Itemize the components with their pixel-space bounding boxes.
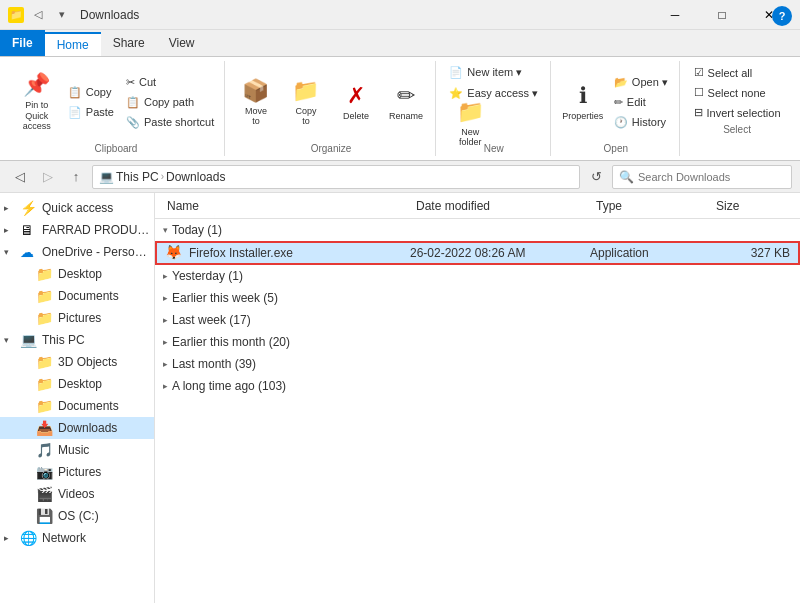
properties-button[interactable]: ℹ Properties <box>559 76 607 128</box>
ribbon-group-open: ℹ Properties 📂 Open ▾ ✏ Edit 🕐 History O… <box>553 61 680 156</box>
group-yesterday[interactable]: ▸ Yesterday (1) <box>155 265 800 287</box>
copy-button[interactable]: 📋 Copy <box>63 83 119 102</box>
clipboard-buttons: 📌 Pin to Quickaccess 📋 Copy 📄 Paste ✂ Cu… <box>13 63 219 141</box>
delete-button[interactable]: ✗ Delete <box>332 76 380 128</box>
col-header-name[interactable]: Name <box>163 193 412 218</box>
sidebar-item-quick-access[interactable]: ▸ ⚡ Quick access <box>0 197 154 219</box>
group-long-ago[interactable]: ▸ A long time ago (103) <box>155 375 800 397</box>
file-row[interactable]: 🦊 Firefox Installer.exe 26-02-2022 08:26… <box>155 241 800 265</box>
group-earlier-month[interactable]: ▸ Earlier this month (20) <box>155 331 800 353</box>
tab-file[interactable]: File <box>0 30 45 56</box>
group-arrow: ▸ <box>163 271 168 281</box>
sidebar-item-videos[interactable]: ▸ 🎬 Videos <box>0 483 154 505</box>
sidebar-item-network[interactable]: ▸ 🌐 Network <box>0 527 154 549</box>
sidebar-item-onedrive[interactable]: ▾ ☁ OneDrive - Personal <box>0 241 154 263</box>
no-arrow: ▸ <box>20 445 36 455</box>
up-button[interactable]: ↑ <box>64 165 88 189</box>
history-button[interactable]: 🕐 History <box>609 113 673 132</box>
breadcrumb-downloads[interactable]: Downloads <box>166 170 225 184</box>
back-button[interactable]: ◁ <box>8 165 32 189</box>
select-label: Select <box>723 124 751 135</box>
new-folder-button[interactable]: 📁 Newfolder <box>444 105 496 141</box>
sidebar-item-farrad[interactable]: ▸ 🖥 FARRAD PRODUCTION <box>0 219 154 241</box>
clipboard-extra-group: ✂ Cut 📋 Copy path 📎 Paste shortcut <box>121 73 219 132</box>
sidebar-item-music[interactable]: ▸ 🎵 Music <box>0 439 154 461</box>
sidebar-item-this-pc[interactable]: ▾ 💻 This PC <box>0 329 154 351</box>
quick-back-btn[interactable]: ◁ <box>28 5 48 25</box>
sidebar-item-3d-objects[interactable]: ▸ 📁 3D Objects <box>0 351 154 373</box>
move-icon: 📦 <box>242 78 269 104</box>
cut-button[interactable]: ✂ Cut <box>121 73 219 92</box>
file-date: 26-02-2022 08:26 AM <box>410 246 590 260</box>
sidebar-label: Quick access <box>42 201 113 215</box>
search-input[interactable] <box>638 171 785 183</box>
desktop-od-icon: 📁 <box>36 266 54 282</box>
col-header-date[interactable]: Date modified <box>412 193 592 218</box>
sidebar-item-pictures-pc[interactable]: ▸ 📷 Pictures <box>0 461 154 483</box>
breadcrumb-this-pc[interactable]: This PC <box>116 170 159 184</box>
paste-shortcut-button[interactable]: 📎 Paste shortcut <box>121 113 219 132</box>
sidebar-label: Documents <box>58 399 119 413</box>
open-buttons: ℹ Properties 📂 Open ▾ ✏ Edit 🕐 History <box>559 63 673 141</box>
edit-button[interactable]: ✏ Edit <box>609 93 673 112</box>
sidebar-label: Desktop <box>58 267 102 281</box>
maximize-button[interactable]: □ <box>699 0 745 30</box>
copy-to-button[interactable]: 📁 Copyto <box>282 76 330 128</box>
sidebar-label: FARRAD PRODUCTION <box>42 223 150 237</box>
tab-view[interactable]: View <box>157 30 207 56</box>
group-last-week[interactable]: ▸ Last week (17) <box>155 309 800 331</box>
sidebar-label: Documents <box>58 289 119 303</box>
rename-icon: ✏ <box>397 83 415 109</box>
col-header-type[interactable]: Type <box>592 193 712 218</box>
select-all-button[interactable]: ☑ Select all <box>689 63 786 82</box>
quick-dropdown-btn[interactable]: ▾ <box>52 5 72 25</box>
desktop-pc-icon: 📁 <box>36 376 54 392</box>
sidebar-item-pictures-od[interactable]: ▸ 📁 Pictures <box>0 307 154 329</box>
forward-button[interactable]: ▷ <box>36 165 60 189</box>
invert-selection-button[interactable]: ⊟ Invert selection <box>689 103 786 122</box>
copy-path-icon: 📋 <box>126 96 140 109</box>
refresh-button[interactable]: ↺ <box>584 165 608 189</box>
help-button[interactable]: ? <box>772 6 792 26</box>
no-arrow: ▸ <box>20 423 36 433</box>
sidebar-item-downloads[interactable]: ▸ 📥 Downloads <box>0 417 154 439</box>
new-folder-label: Newfolder <box>459 127 482 147</box>
sidebar-item-desktop-od[interactable]: ▸ 📁 Desktop <box>0 263 154 285</box>
new-label: New <box>484 143 504 154</box>
group-last-month[interactable]: ▸ Last month (39) <box>155 353 800 375</box>
expand-arrow: ▾ <box>4 335 20 345</box>
ribbon-group-select: ☑ Select all ☐ Select none ⊟ Invert sele… <box>682 61 792 156</box>
sidebar-item-desktop-pc[interactable]: ▸ 📁 Desktop <box>0 373 154 395</box>
paste-button[interactable]: 📄 Paste <box>63 103 119 122</box>
farrad-icon: 🖥 <box>20 222 38 238</box>
group-today[interactable]: ▾ Today (1) <box>155 219 800 241</box>
sidebar-item-documents-od[interactable]: ▸ 📁 Documents <box>0 285 154 307</box>
breadcrumb[interactable]: 💻 This PC › Downloads <box>92 165 580 189</box>
tab-home[interactable]: Home <box>45 32 101 56</box>
group-label: A long time ago (103) <box>172 379 286 393</box>
pictures-pc-icon: 📷 <box>36 464 54 480</box>
sidebar-item-os-c[interactable]: ▸ 💾 OS (C:) <box>0 505 154 527</box>
file-size: 327 KB <box>710 246 790 260</box>
pin-to-quick-access-button[interactable]: 📌 Pin to Quickaccess <box>13 76 61 128</box>
invert-icon: ⊟ <box>694 106 703 119</box>
pin-icon: 📌 <box>23 72 50 98</box>
col-header-size[interactable]: Size <box>712 193 792 218</box>
copy-path-button[interactable]: 📋 Copy path <box>121 93 219 112</box>
new-item-icon: 📄 <box>449 66 463 79</box>
rename-button[interactable]: ✏ Rename <box>382 76 430 128</box>
search-bar[interactable]: 🔍 <box>612 165 792 189</box>
ribbon: File Home Share View <box>0 30 800 57</box>
group-earlier-week[interactable]: ▸ Earlier this week (5) <box>155 287 800 309</box>
new-item-button[interactable]: 📄 New item ▾ <box>444 63 527 82</box>
move-to-button[interactable]: 📦 Moveto <box>232 76 280 128</box>
minimize-button[interactable]: ─ <box>652 0 698 30</box>
sidebar-label: Videos <box>58 487 94 501</box>
sidebar-item-documents-pc[interactable]: ▸ 📁 Documents <box>0 395 154 417</box>
open-button[interactable]: 📂 Open ▾ <box>609 73 673 92</box>
select-none-button[interactable]: ☐ Select none <box>689 83 786 102</box>
copy-to-icon: 📁 <box>292 78 319 104</box>
tab-share[interactable]: Share <box>101 30 157 56</box>
no-arrow: ▸ <box>20 467 36 477</box>
paste-shortcut-icon: 📎 <box>126 116 140 129</box>
